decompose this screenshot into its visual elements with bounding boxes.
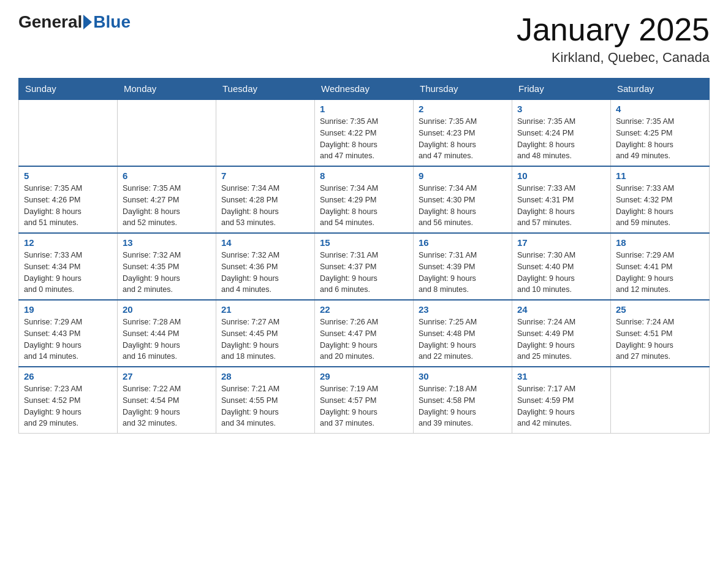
day-info: Sunrise: 7:24 AM Sunset: 4:51 PM Dayligh… (616, 316, 704, 362)
day-number: 3 (517, 104, 605, 114)
calendar-cell: 23Sunrise: 7:25 AM Sunset: 4:48 PM Dayli… (414, 300, 512, 367)
calendar-cell (19, 99, 118, 166)
day-number: 31 (517, 371, 605, 381)
day-info: Sunrise: 7:35 AM Sunset: 4:26 PM Dayligh… (24, 183, 112, 229)
column-header-thursday: Thursday (414, 79, 512, 100)
day-number: 25 (616, 304, 704, 315)
calendar-cell: 14Sunrise: 7:32 AM Sunset: 4:36 PM Dayli… (216, 233, 315, 300)
calendar-cell: 20Sunrise: 7:28 AM Sunset: 4:44 PM Dayli… (118, 300, 216, 367)
day-number: 27 (123, 371, 211, 381)
day-number: 7 (221, 170, 309, 181)
page-header: General Blue January 2025 Kirkland, Queb… (18, 12, 710, 66)
calendar-cell: 7Sunrise: 7:34 AM Sunset: 4:28 PM Daylig… (216, 166, 315, 233)
day-number: 16 (419, 237, 507, 248)
month-title: January 2025 (517, 12, 710, 47)
calendar-cell: 15Sunrise: 7:31 AM Sunset: 4:37 PM Dayli… (315, 233, 414, 300)
day-info: Sunrise: 7:35 AM Sunset: 4:23 PM Dayligh… (419, 116, 507, 162)
day-number: 10 (517, 170, 605, 181)
day-number: 11 (616, 170, 704, 181)
day-number: 29 (320, 371, 408, 381)
calendar-cell (118, 99, 216, 166)
day-number: 9 (419, 170, 507, 181)
calendar-cell: 21Sunrise: 7:27 AM Sunset: 4:45 PM Dayli… (216, 300, 315, 367)
calendar-cell: 10Sunrise: 7:33 AM Sunset: 4:31 PM Dayli… (512, 166, 611, 233)
calendar-cell: 25Sunrise: 7:24 AM Sunset: 4:51 PM Dayli… (611, 300, 710, 367)
calendar-cell: 13Sunrise: 7:32 AM Sunset: 4:35 PM Dayli… (118, 233, 216, 300)
day-info: Sunrise: 7:29 AM Sunset: 4:41 PM Dayligh… (616, 250, 704, 296)
day-info: Sunrise: 7:35 AM Sunset: 4:24 PM Dayligh… (517, 116, 605, 162)
calendar-cell: 29Sunrise: 7:19 AM Sunset: 4:57 PM Dayli… (315, 367, 414, 434)
location-text: Kirkland, Quebec, Canada (517, 50, 710, 66)
day-number: 17 (517, 237, 605, 248)
calendar-cell: 30Sunrise: 7:18 AM Sunset: 4:58 PM Dayli… (414, 367, 512, 434)
calendar-cell: 8Sunrise: 7:34 AM Sunset: 4:29 PM Daylig… (315, 166, 414, 233)
day-number: 6 (123, 170, 211, 181)
calendar-cell (216, 99, 315, 166)
day-number: 30 (419, 371, 507, 381)
column-header-wednesday: Wednesday (315, 79, 414, 100)
week-row-5: 26Sunrise: 7:23 AM Sunset: 4:52 PM Dayli… (19, 367, 710, 434)
day-number: 19 (24, 304, 112, 315)
day-info: Sunrise: 7:18 AM Sunset: 4:58 PM Dayligh… (419, 383, 507, 429)
day-info: Sunrise: 7:25 AM Sunset: 4:48 PM Dayligh… (419, 316, 507, 362)
day-number: 23 (419, 304, 507, 315)
day-info: Sunrise: 7:19 AM Sunset: 4:57 PM Dayligh… (320, 383, 408, 429)
day-number: 26 (24, 371, 112, 381)
day-info: Sunrise: 7:35 AM Sunset: 4:25 PM Dayligh… (616, 116, 704, 162)
calendar-cell: 28Sunrise: 7:21 AM Sunset: 4:55 PM Dayli… (216, 367, 315, 434)
day-info: Sunrise: 7:28 AM Sunset: 4:44 PM Dayligh… (123, 316, 211, 362)
calendar-cell: 6Sunrise: 7:35 AM Sunset: 4:27 PM Daylig… (118, 166, 216, 233)
day-info: Sunrise: 7:17 AM Sunset: 4:59 PM Dayligh… (517, 383, 605, 429)
day-number: 18 (616, 237, 704, 248)
day-number: 15 (320, 237, 408, 248)
calendar-cell: 16Sunrise: 7:31 AM Sunset: 4:39 PM Dayli… (414, 233, 512, 300)
calendar-cell: 18Sunrise: 7:29 AM Sunset: 4:41 PM Dayli… (611, 233, 710, 300)
day-info: Sunrise: 7:33 AM Sunset: 4:32 PM Dayligh… (616, 183, 704, 229)
calendar-cell: 11Sunrise: 7:33 AM Sunset: 4:32 PM Dayli… (611, 166, 710, 233)
day-number: 22 (320, 304, 408, 315)
day-info: Sunrise: 7:29 AM Sunset: 4:43 PM Dayligh… (24, 316, 112, 362)
week-row-3: 12Sunrise: 7:33 AM Sunset: 4:34 PM Dayli… (19, 233, 710, 300)
day-info: Sunrise: 7:30 AM Sunset: 4:40 PM Dayligh… (517, 250, 605, 296)
column-header-sunday: Sunday (19, 79, 118, 100)
day-number: 24 (517, 304, 605, 315)
week-row-1: 1Sunrise: 7:35 AM Sunset: 4:22 PM Daylig… (19, 99, 710, 166)
day-info: Sunrise: 7:26 AM Sunset: 4:47 PM Dayligh… (320, 316, 408, 362)
day-number: 20 (123, 304, 211, 315)
day-info: Sunrise: 7:32 AM Sunset: 4:35 PM Dayligh… (123, 250, 211, 296)
calendar-cell: 9Sunrise: 7:34 AM Sunset: 4:30 PM Daylig… (414, 166, 512, 233)
day-info: Sunrise: 7:35 AM Sunset: 4:27 PM Dayligh… (123, 183, 211, 229)
calendar-cell: 22Sunrise: 7:26 AM Sunset: 4:47 PM Dayli… (315, 300, 414, 367)
logo: General Blue (18, 12, 131, 32)
calendar-header-row: SundayMondayTuesdayWednesdayThursdayFrid… (19, 79, 710, 100)
week-row-4: 19Sunrise: 7:29 AM Sunset: 4:43 PM Dayli… (19, 300, 710, 367)
calendar-cell: 4Sunrise: 7:35 AM Sunset: 4:25 PM Daylig… (611, 99, 710, 166)
day-info: Sunrise: 7:32 AM Sunset: 4:36 PM Dayligh… (221, 250, 309, 296)
column-header-saturday: Saturday (611, 79, 710, 100)
calendar-cell (611, 367, 710, 434)
day-info: Sunrise: 7:34 AM Sunset: 4:30 PM Dayligh… (419, 183, 507, 229)
calendar-cell: 3Sunrise: 7:35 AM Sunset: 4:24 PM Daylig… (512, 99, 611, 166)
day-info: Sunrise: 7:35 AM Sunset: 4:22 PM Dayligh… (320, 116, 408, 162)
calendar-table: SundayMondayTuesdayWednesdayThursdayFrid… (18, 78, 710, 434)
calendar-cell: 12Sunrise: 7:33 AM Sunset: 4:34 PM Dayli… (19, 233, 118, 300)
day-number: 4 (616, 104, 704, 114)
day-info: Sunrise: 7:33 AM Sunset: 4:34 PM Dayligh… (24, 250, 112, 296)
calendar-cell: 27Sunrise: 7:22 AM Sunset: 4:54 PM Dayli… (118, 367, 216, 434)
day-info: Sunrise: 7:34 AM Sunset: 4:28 PM Dayligh… (221, 183, 309, 229)
calendar-cell: 5Sunrise: 7:35 AM Sunset: 4:26 PM Daylig… (19, 166, 118, 233)
day-number: 5 (24, 170, 112, 181)
day-number: 12 (24, 237, 112, 248)
day-info: Sunrise: 7:21 AM Sunset: 4:55 PM Dayligh… (221, 383, 309, 429)
calendar-cell: 2Sunrise: 7:35 AM Sunset: 4:23 PM Daylig… (414, 99, 512, 166)
day-number: 1 (320, 104, 408, 114)
column-header-friday: Friday (512, 79, 611, 100)
calendar-cell: 24Sunrise: 7:24 AM Sunset: 4:49 PM Dayli… (512, 300, 611, 367)
day-info: Sunrise: 7:27 AM Sunset: 4:45 PM Dayligh… (221, 316, 309, 362)
calendar-cell: 26Sunrise: 7:23 AM Sunset: 4:52 PM Dayli… (19, 367, 118, 434)
day-number: 28 (221, 371, 309, 381)
calendar-cell: 1Sunrise: 7:35 AM Sunset: 4:22 PM Daylig… (315, 99, 414, 166)
day-number: 14 (221, 237, 309, 248)
logo-arrow-icon (83, 15, 92, 29)
calendar-cell: 31Sunrise: 7:17 AM Sunset: 4:59 PM Dayli… (512, 367, 611, 434)
